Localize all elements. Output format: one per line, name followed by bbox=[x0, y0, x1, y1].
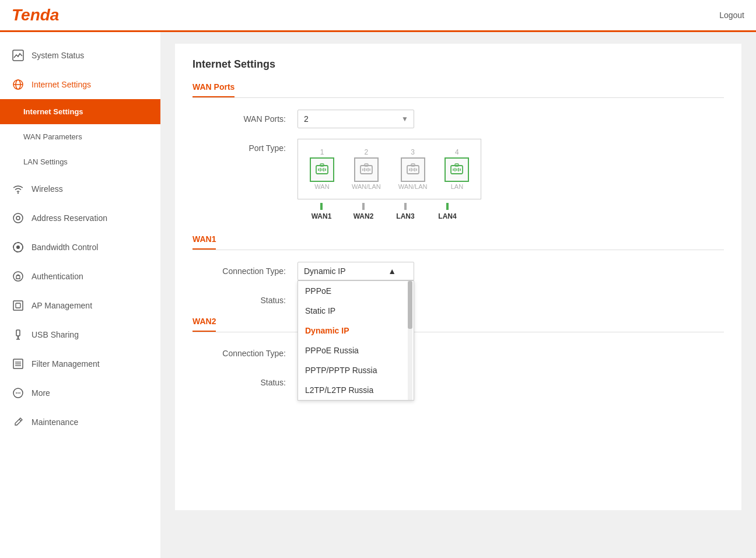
wan2-status-row: Status: Disconnected bbox=[192, 373, 724, 387]
svg-line-25 bbox=[19, 419, 21, 421]
port-icon-1 bbox=[310, 157, 334, 182]
port-diagram: 1 bbox=[298, 139, 481, 199]
port-number-1: 1 bbox=[320, 148, 324, 156]
logout-button[interactable]: Logout bbox=[719, 10, 744, 20]
connection-type-dropdown[interactable]: Dynamic IP ▲ PPPoE Static IP Dynamic IP … bbox=[298, 262, 414, 280]
dropdown-option-pppoe[interactable]: PPPoE bbox=[298, 281, 414, 301]
sidebar-item-label: Filter Management bbox=[32, 359, 100, 369]
logo: Tenda bbox=[12, 6, 59, 24]
dropdown-option-pptp-russia[interactable]: PPTP/PPTP Russia bbox=[298, 360, 414, 380]
svg-rect-32 bbox=[320, 164, 324, 166]
port-label-4: LAN4 bbox=[438, 212, 456, 220]
dropdown-option-dynamic-ip[interactable]: Dynamic IP bbox=[298, 321, 414, 341]
wireless-icon bbox=[12, 183, 24, 195]
maintenance-icon bbox=[12, 416, 24, 429]
sidebar-item-internet-settings[interactable]: Internet Settings bbox=[0, 70, 160, 99]
wan2-connection-type-label: Connection Type: bbox=[192, 344, 286, 358]
usb-sharing-icon bbox=[12, 328, 24, 341]
svg-point-23 bbox=[18, 392, 19, 394]
port-icon-2 bbox=[354, 157, 379, 182]
sidebar-item-wan-parameters[interactable]: WAN Parameters bbox=[0, 124, 160, 149]
svg-point-22 bbox=[16, 392, 17, 394]
svg-rect-13 bbox=[16, 303, 20, 308]
sidebar-item-ap-management[interactable]: AP Management bbox=[0, 291, 160, 320]
sidebar-item-address-reservation[interactable]: Address Reservation bbox=[0, 203, 160, 233]
sidebar-item-internet-settings-sub[interactable]: Internet Settings bbox=[0, 99, 160, 124]
wan-ports-tab-label: WAN Ports bbox=[192, 82, 235, 97]
wan-ports-label: WAN Ports: bbox=[192, 110, 286, 124]
wan2-section-tab[interactable]: WAN2 bbox=[192, 317, 724, 332]
wan2-status-label: Status: bbox=[192, 373, 286, 387]
port-col-1: 1 bbox=[310, 148, 334, 190]
port-number-4: 4 bbox=[455, 148, 459, 156]
sidebar-item-label: System Status bbox=[32, 51, 84, 60]
dropdown-up-arrow: ▲ bbox=[388, 266, 396, 276]
wan1-connection-type-row: Connection Type: Dynamic IP ▲ PPPoE Stat… bbox=[192, 262, 724, 280]
wan-ports-control: 1 2 3 4 ▼ bbox=[298, 110, 724, 128]
svg-rect-14 bbox=[16, 330, 20, 336]
dropdown-option-l2tp-russia[interactable]: L2TP/L2TP Russia bbox=[298, 380, 414, 400]
svg-rect-46 bbox=[411, 164, 415, 166]
wan1-status-row: Status: bbox=[192, 291, 724, 305]
port-type-control: 1 bbox=[298, 139, 724, 224]
connection-type-selected: Dynamic IP bbox=[304, 266, 346, 276]
svg-point-5 bbox=[13, 213, 23, 223]
sidebar-item-more[interactable]: More bbox=[0, 378, 160, 408]
ap-management-icon bbox=[12, 299, 24, 312]
sidebar-item-label: Internet Settings bbox=[32, 80, 91, 89]
wan-ports-row: WAN Ports: 1 2 3 4 ▼ bbox=[192, 110, 724, 128]
connection-type-dropdown-header[interactable]: Dynamic IP ▲ bbox=[298, 262, 414, 280]
svg-rect-16 bbox=[16, 339, 20, 340]
connection-type-dropdown-list: PPPoE Static IP Dynamic IP PPPoE Russia … bbox=[298, 280, 414, 401]
sidebar-item-filter-management[interactable]: Filter Management bbox=[0, 349, 160, 378]
sidebar-item-wireless[interactable]: Wireless bbox=[0, 174, 160, 203]
port-col-3: 3 bbox=[398, 148, 428, 190]
sidebar-item-label: Maintenance bbox=[32, 417, 78, 427]
port-label-3: LAN3 bbox=[396, 212, 414, 220]
port-type-2: WAN/LAN bbox=[352, 183, 381, 190]
port-col-2: 2 bbox=[352, 148, 381, 190]
wan1-connection-type-control: Dynamic IP ▲ PPPoE Static IP Dynamic IP … bbox=[298, 262, 724, 280]
sidebar-item-lan-settings[interactable]: LAN Settings bbox=[0, 149, 160, 174]
dropdown-option-pppoe-russia[interactable]: PPPoE Russia bbox=[298, 341, 414, 360]
sidebar-item-usb-sharing[interactable]: USB Sharing bbox=[0, 320, 160, 349]
port-type-4: LAN bbox=[451, 183, 463, 190]
wan2-tab-label: WAN2 bbox=[192, 317, 216, 332]
address-reservation-icon bbox=[12, 212, 24, 224]
system-status-icon bbox=[12, 49, 24, 62]
wan2-connection-type-row: Connection Type: PPPoE Static IP Dynamic… bbox=[192, 344, 724, 363]
port-col-4: 4 bbox=[444, 148, 469, 190]
sidebar-item-system-status[interactable]: System Status bbox=[0, 41, 160, 70]
port-icon-3 bbox=[401, 157, 425, 182]
authentication-icon bbox=[12, 270, 24, 283]
svg-point-6 bbox=[16, 216, 20, 220]
wan1-section-tab[interactable]: WAN1 bbox=[192, 234, 724, 250]
more-icon bbox=[12, 387, 24, 399]
wan-ports-select[interactable]: 1 2 3 4 bbox=[298, 110, 414, 128]
sidebar-item-maintenance[interactable]: Maintenance bbox=[0, 408, 160, 437]
sidebar-item-authentication[interactable]: Authentication bbox=[0, 262, 160, 291]
svg-rect-53 bbox=[455, 164, 459, 166]
wan-ports-section-tab[interactable]: WAN Ports bbox=[192, 82, 724, 97]
internet-settings-icon bbox=[12, 78, 24, 91]
wan1-connection-type-label: Connection Type: bbox=[192, 262, 286, 276]
sidebar: System Status Internet Settings Internet… bbox=[0, 32, 160, 558]
svg-point-4 bbox=[18, 192, 19, 194]
dropdown-option-static-ip[interactable]: Static IP bbox=[298, 301, 414, 321]
sidebar-item-label: Authentication bbox=[32, 272, 83, 281]
wan1-status-label: Status: bbox=[192, 291, 286, 305]
sidebar-sub-label: LAN Settings bbox=[23, 157, 68, 166]
content-card: Internet Settings WAN Ports WAN Ports: 1… bbox=[175, 44, 741, 510]
port-type-row: Port Type: 1 bbox=[192, 139, 724, 224]
sidebar-item-label: Bandwidth Control bbox=[32, 243, 98, 252]
sidebar-item-label: Wireless bbox=[32, 184, 63, 194]
port-label-1: WAN1 bbox=[312, 212, 332, 220]
port-number-3: 3 bbox=[411, 148, 415, 156]
wan-ports-select-wrapper[interactable]: 1 2 3 4 ▼ bbox=[298, 110, 414, 128]
port-type-label: Port Type: bbox=[192, 139, 286, 153]
sidebar-item-bandwidth-control[interactable]: Bandwidth Control bbox=[0, 233, 160, 262]
port-label-2: WAN2 bbox=[354, 212, 374, 220]
svg-rect-39 bbox=[365, 164, 368, 166]
layout: System Status Internet Settings Internet… bbox=[0, 32, 756, 558]
sidebar-sub-label: Internet Settings bbox=[23, 107, 83, 116]
